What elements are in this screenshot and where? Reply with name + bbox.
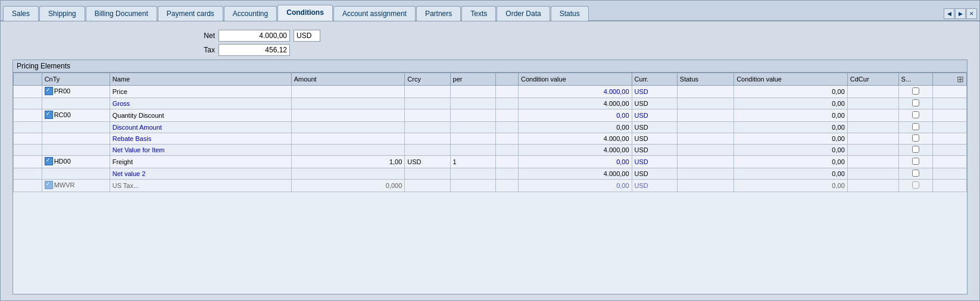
row-per (450, 109, 495, 122)
tab-bar: Sales Shipping Billing Document Payment … (1, 1, 979, 21)
row-checkbox[interactable] (45, 111, 53, 119)
row-gap (495, 109, 518, 122)
table-row: RC00 Quantity Discount 0,00 USD 0,00 (14, 109, 967, 122)
row-amount: 0,000 (291, 180, 405, 192)
row-cnty: MWVR (42, 180, 110, 192)
row-status (677, 109, 734, 122)
tab-billing-document[interactable]: Billing Document (86, 6, 157, 21)
row-name[interactable]: Discount Amount (110, 122, 291, 133)
row-selector (14, 180, 42, 192)
row-name[interactable]: Gross (110, 98, 291, 109)
row-curr: USD (632, 180, 677, 192)
tab-order-data[interactable]: Order Data (497, 6, 550, 21)
row-gap (495, 133, 518, 145)
tab-sales[interactable]: Sales (3, 6, 39, 21)
row-s[interactable] (898, 109, 932, 122)
tab-texts[interactable]: Texts (461, 6, 496, 21)
row-condval: 0,00 (518, 109, 632, 122)
col-header-status: Status (677, 73, 734, 86)
col-header-amount: Amount (291, 73, 405, 86)
row-crcy (405, 145, 450, 156)
row-gap (495, 168, 518, 180)
row-crcy (405, 180, 450, 192)
row-name[interactable]: Quantity Discount (110, 109, 291, 122)
row-checkbox[interactable] (45, 181, 53, 189)
row-amount (291, 168, 405, 180)
row-condval2: 0,00 (734, 156, 848, 168)
row-selector (14, 133, 42, 145)
row-name[interactable]: US Tax... (110, 180, 291, 192)
row-gap (495, 180, 518, 192)
row-gap (495, 98, 518, 109)
tab-account-assignment[interactable]: Account assignment (333, 6, 416, 21)
main-container: Sales Shipping Billing Document Payment … (0, 0, 980, 301)
row-selector (14, 122, 42, 133)
row-curr: USD (632, 122, 677, 133)
row-cdcur (847, 168, 898, 180)
row-name[interactable]: Net value 2 (110, 168, 291, 180)
row-condval: 0,00 (518, 156, 632, 168)
row-selector (14, 168, 42, 180)
tab-conditions[interactable]: Conditions (277, 5, 333, 21)
tab-partners[interactable]: Partners (416, 6, 461, 21)
row-condval: 0,00 (518, 180, 632, 192)
row-curr: USD (632, 86, 677, 98)
row-crcy (405, 168, 450, 180)
row-per (450, 122, 495, 133)
row-s[interactable] (898, 180, 932, 192)
tax-value-input[interactable] (219, 44, 290, 56)
pricing-section: Pricing Elements CnTy Name Amount Crcy p… (13, 59, 967, 294)
tab-nav-left[interactable]: ◀ (944, 8, 954, 19)
row-s[interactable] (898, 156, 932, 168)
net-value-input[interactable] (219, 30, 290, 42)
row-amount (291, 86, 405, 98)
row-name[interactable]: Freight (110, 156, 291, 168)
table-row: Net value 2 4.000,00 USD 0,00 (14, 168, 967, 180)
col-header-cnty: CnTy (42, 73, 110, 86)
table-row: Discount Amount 0,00 USD 0,00 (14, 122, 967, 133)
row-per (450, 86, 495, 98)
table-row: Gross 4.000,00 USD 0,00 (14, 98, 967, 109)
row-selector (14, 98, 42, 109)
net-row: Net (191, 30, 967, 42)
row-per: 1 (450, 156, 495, 168)
row-name[interactable]: Price (110, 86, 291, 98)
row-status (677, 86, 734, 98)
row-status (677, 133, 734, 145)
row-s[interactable] (898, 98, 932, 109)
row-crcy (405, 98, 450, 109)
row-name[interactable]: Rebate Basis (110, 133, 291, 145)
row-s[interactable] (898, 133, 932, 145)
row-checkbox[interactable] (45, 157, 53, 165)
row-per (450, 168, 495, 180)
tab-shipping[interactable]: Shipping (39, 6, 85, 21)
row-cdcur (847, 145, 898, 156)
tab-nav-close[interactable]: ✕ (966, 8, 977, 19)
row-condval2: 0,00 (734, 180, 848, 192)
tab-payment-cards[interactable]: Payment cards (158, 6, 223, 21)
row-s[interactable] (898, 168, 932, 180)
row-cdcur (847, 109, 898, 122)
row-s[interactable] (898, 145, 932, 156)
tab-nav-right[interactable]: ▶ (955, 8, 966, 19)
row-checkbox[interactable] (45, 87, 53, 95)
col-header-curr: Curr. (632, 73, 677, 86)
row-status (677, 168, 734, 180)
row-per (450, 98, 495, 109)
pricing-title: Pricing Elements (13, 60, 967, 73)
tab-status[interactable]: Status (551, 6, 589, 21)
row-extra (932, 98, 966, 109)
row-cnty: RC00 (42, 109, 110, 122)
row-s[interactable] (898, 122, 932, 133)
row-name[interactable]: Net Value for Item (110, 145, 291, 156)
table-tool-icon[interactable]: ⊞ (957, 74, 964, 84)
row-condval2: 0,00 (734, 145, 848, 156)
row-curr: USD (632, 145, 677, 156)
net-label: Net (191, 32, 215, 40)
row-gap (495, 122, 518, 133)
net-currency-input[interactable] (294, 30, 320, 42)
row-crcy: USD (405, 156, 450, 168)
tab-accounting[interactable]: Accounting (224, 6, 277, 21)
row-amount (291, 122, 405, 133)
row-s[interactable] (898, 86, 932, 98)
